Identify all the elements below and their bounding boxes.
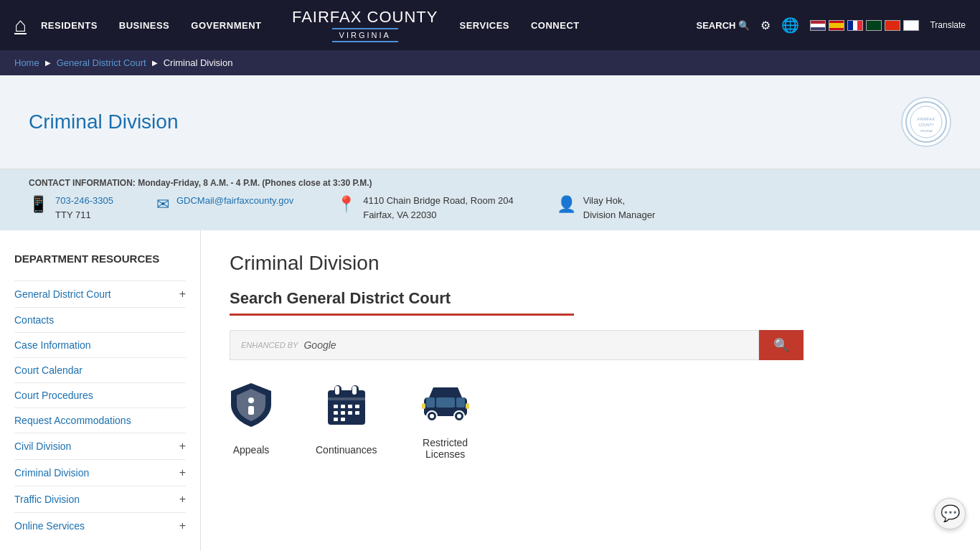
sidebar-link-traffic[interactable]: Traffic Division + xyxy=(14,486,186,512)
content-title: Criminal Division xyxy=(230,252,951,275)
nav-connect[interactable]: CONNECT xyxy=(531,20,580,31)
contact-phone-text: 703-246-3305 TTY 711 xyxy=(55,194,113,222)
breadcrumb-home[interactable]: Home xyxy=(14,57,39,68)
svg-rect-15 xyxy=(348,405,352,408)
chat-widget[interactable]: 💬 xyxy=(934,498,966,529)
address-line2: Fairfax, VA 22030 xyxy=(363,209,436,220)
sidebar-link-court-procedures[interactable]: Court Procedures xyxy=(14,383,186,408)
feature-restricted-licenses[interactable]: Restricted Licenses xyxy=(420,382,471,460)
sidebar-item-contacts: Contacts xyxy=(14,307,186,332)
flag-us[interactable] xyxy=(810,20,826,31)
breadcrumb-parent[interactable]: General District Court xyxy=(57,57,146,68)
flag-cn[interactable] xyxy=(885,20,900,31)
google-label: Google xyxy=(303,339,336,351)
nav-business[interactable]: BUSINESS xyxy=(119,20,169,31)
flag-kr[interactable] xyxy=(903,20,919,31)
flag-es[interactable] xyxy=(829,20,844,31)
sidebar-item-court-procedures: Court Procedures xyxy=(14,382,186,408)
svg-rect-32 xyxy=(466,403,469,409)
contact-phone: 📱 703-246-3305 TTY 711 xyxy=(29,194,113,222)
contact-items: 📱 703-246-3305 TTY 711 ✉ GDCMail@fairfax… xyxy=(29,194,951,222)
logo-county: COUNTY xyxy=(367,8,438,26)
contact-bar: CONTACT INFORMATION: Monday-Friday, 8 A.… xyxy=(0,169,980,230)
phone-icon: 📱 xyxy=(29,195,48,214)
sidebar-label: Case Information xyxy=(14,339,91,351)
sidebar-item-accommodations: Request Accommodations xyxy=(14,408,186,433)
sidebar-link-general-district[interactable]: General District Court + xyxy=(14,281,186,307)
main-layout: DEPARTMENT RESOURCES General District Co… xyxy=(0,230,980,551)
contact-address: 📍 4110 Chain Bridge Road, Room 204 Fairf… xyxy=(336,194,514,222)
sidebar-link-court-calendar[interactable]: Court Calendar xyxy=(14,358,186,382)
feature-continuances[interactable]: Continuances xyxy=(316,382,377,456)
svg-rect-17 xyxy=(334,411,338,415)
top-nav: ⌂ RESIDENTS BUSINESS GOVERNMENT FAIRFAX … xyxy=(0,0,980,50)
svg-rect-31 xyxy=(422,403,425,409)
svg-rect-21 xyxy=(334,418,338,421)
sidebar-link-contacts[interactable]: Contacts xyxy=(14,308,186,332)
sidebar-label: General District Court xyxy=(14,288,111,300)
sidebar-link-case-info[interactable]: Case Information xyxy=(14,333,186,357)
sidebar-label: Court Calendar xyxy=(14,364,83,376)
svg-rect-24 xyxy=(426,397,435,408)
svg-rect-25 xyxy=(456,397,465,408)
phone-link[interactable]: 703-246-3305 xyxy=(55,195,113,206)
svg-rect-22 xyxy=(341,418,345,421)
sidebar-link-online-services[interactable]: Online Services + xyxy=(14,513,186,539)
sidebar-label: Request Accommodations xyxy=(14,415,131,426)
flag-fr[interactable] xyxy=(847,20,863,31)
sidebar-label: Contacts xyxy=(14,314,54,326)
breadcrumb-sep-1: ▶ xyxy=(45,59,51,67)
svg-rect-13 xyxy=(334,405,338,408)
svg-rect-18 xyxy=(341,411,345,415)
breadcrumb-sep-2: ▶ xyxy=(152,59,158,67)
sidebar-link-civil[interactable]: Civil Division + xyxy=(14,433,186,459)
breadcrumb: Home ▶ General District Court ▶ Criminal… xyxy=(0,50,980,75)
translate-text[interactable]: Translate xyxy=(930,20,966,30)
svg-rect-6 xyxy=(248,406,254,415)
nav-government[interactable]: GOVERNMENT xyxy=(191,20,261,31)
home-nav-link[interactable]: ⌂ xyxy=(14,14,27,37)
breadcrumb-current: Criminal Division xyxy=(164,57,233,68)
svg-rect-19 xyxy=(348,411,352,415)
red-underline xyxy=(230,314,574,316)
email-link[interactable]: GDCMail@fairfaxcounty.gov xyxy=(176,195,293,206)
sidebar-label: Traffic Division xyxy=(14,494,80,505)
logo-virginia: VIRGINIA xyxy=(332,28,398,42)
enhanced-by-label: ENHANCED BY xyxy=(241,341,298,349)
sidebar-label: Criminal Division xyxy=(14,467,89,479)
logo-fairfax: FAIRFAX xyxy=(292,8,362,26)
svg-rect-14 xyxy=(341,405,345,408)
search-section-title: Search General District Court xyxy=(230,289,951,308)
svg-rect-16 xyxy=(355,405,359,408)
page-header: Criminal Division FAIRFAX COUNTY VIRGINI… xyxy=(0,75,980,169)
search-bar: ENHANCED BY Google 🔍 xyxy=(230,330,804,360)
sidebar-link-accommodations[interactable]: Request Accommodations xyxy=(14,408,186,433)
nav-right-section: SEARCH 🔍 ⚙ 🌐 Translate xyxy=(697,17,966,34)
dept-resources-title: DEPARTMENT RESOURCES xyxy=(14,252,186,266)
nav-links-right: SERVICES CONNECT xyxy=(459,20,689,31)
feature-appeals-label: Appeals xyxy=(233,444,270,456)
plus-icon: + xyxy=(179,288,186,301)
flag-pk[interactable] xyxy=(866,20,882,31)
contact-address-text: 4110 Chain Bridge Road, Room 204 Fairfax… xyxy=(363,194,514,222)
plus-icon: + xyxy=(179,466,186,479)
search-input[interactable] xyxy=(342,340,748,351)
svg-rect-7 xyxy=(328,390,365,425)
manager-title: Division Manager xyxy=(583,209,655,220)
nav-residents[interactable]: RESIDENTS xyxy=(41,20,98,31)
search-input-wrap: ENHANCED BY Google xyxy=(230,330,759,360)
sidebar-link-criminal[interactable]: Criminal Division + xyxy=(14,460,186,486)
manager-name: Vilay Hok, xyxy=(583,195,625,206)
search-nav-link[interactable]: SEARCH 🔍 xyxy=(697,20,750,31)
location-icon: 📍 xyxy=(336,195,356,214)
address-line1: 4110 Chain Bridge Road, Room 204 xyxy=(363,195,514,206)
email-icon: ✉ xyxy=(156,195,169,214)
sidebar-item-civil: Civil Division + xyxy=(14,433,186,459)
nav-services[interactable]: SERVICES xyxy=(459,20,509,31)
settings-icon[interactable]: ⚙ xyxy=(760,19,771,32)
plus-icon: + xyxy=(179,493,186,506)
feature-appeals[interactable]: Appeals xyxy=(230,382,273,456)
person-icon: 👤 xyxy=(557,195,576,214)
search-button[interactable]: 🔍 xyxy=(759,330,804,360)
globe-icon[interactable]: 🌐 xyxy=(781,17,799,34)
